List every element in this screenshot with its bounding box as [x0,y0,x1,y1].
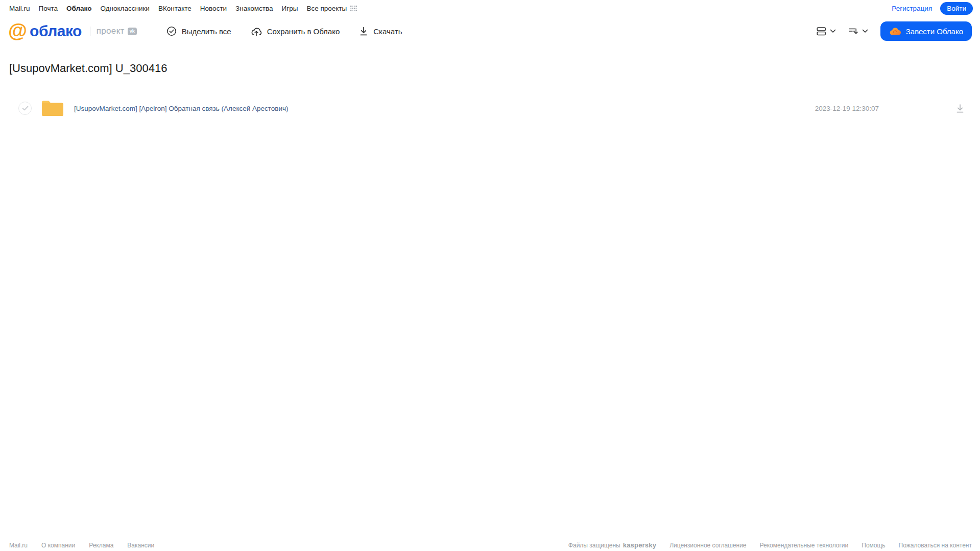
file-row[interactable]: [UsupovMarket.com] [Apeiron] Обратная св… [0,97,980,120]
mailru-at-icon: @ [8,21,27,40]
header-right-controls: Завести Облако [817,21,972,41]
nav-item-all-projects[interactable]: Все проекты [306,5,357,12]
nav-item-igry[interactable]: Игры [282,5,298,12]
get-cloud-button[interactable]: Завести Облако [880,21,972,41]
select-all-button[interactable]: Выделить все [166,26,231,36]
nav-item-oblako[interactable]: Облако [66,5,91,12]
row-checkbox[interactable] [18,102,32,115]
kaspersky-logo[interactable]: kaspersky [623,541,656,549]
all-projects-label: Все проекты [306,5,347,12]
cloud-upload-icon [251,26,262,37]
download-icon [359,26,368,36]
chevron-down-icon [830,29,836,33]
check-circle-icon [166,26,177,36]
footer-link-help[interactable]: Помощь [862,542,885,549]
nav-item-odnoklassniki[interactable]: Одноклассники [100,5,149,12]
vk-badge-icon: vk [128,28,137,35]
toolbar: Выделить все Сохранить в Облако [166,26,402,37]
apps-grid-icon [350,6,357,11]
save-to-cloud-button[interactable]: Сохранить в Облако [251,26,340,37]
row-download-icon[interactable] [955,104,965,113]
list-view-icon [817,27,826,36]
download-button[interactable]: Скачать [359,26,402,36]
save-to-cloud-label: Сохранить в Облако [267,27,340,36]
nav-item-vkontakte[interactable]: ВКонтакте [158,5,192,12]
folder-icon[interactable] [41,99,64,117]
kaspersky-protected: Файлы защищены kaspersky [568,541,656,549]
page: Mail.ru Почта Облако Одноклассники ВКонт… [0,0,980,551]
logo-divider [90,27,90,36]
sort-dropdown[interactable] [848,27,868,36]
footer-link-ads[interactable]: Реклама [89,542,113,549]
get-cloud-label: Завести Облако [906,27,963,36]
cloud-logo-text: облако [30,22,82,40]
cloud-header: @ облако проект vk Выделить все [0,17,980,45]
cloud-logo[interactable]: @ облако проект vk [8,22,137,40]
file-name-link[interactable]: [UsupovMarket.com] [Apeiron] Обратная св… [74,105,289,112]
download-label: Скачать [373,27,402,36]
login-button[interactable]: Войти [940,2,973,15]
sort-icon [848,27,858,36]
view-mode-dropdown[interactable] [817,27,836,36]
portal-nav-right: Регистрация Войти [892,2,973,15]
footer-right-links: Файлы защищены kaspersky Лицензионное со… [568,541,972,549]
protected-label: Файлы защищены [568,542,620,549]
select-all-label: Выделить все [182,27,231,36]
nav-item-pochta[interactable]: Почта [39,5,58,12]
footer-left-links: Mail.ru О компании Реклама Вакансии [9,542,154,549]
footer: Mail.ru О компании Реклама Вакансии Файл… [0,539,980,551]
footer-link-about[interactable]: О компании [41,542,75,549]
footer-link-recommendations[interactable]: Рекомендательные технологии [760,542,849,549]
footer-link-jobs[interactable]: Вакансии [127,542,154,549]
footer-link-license[interactable]: Лицензионное соглашение [670,542,746,549]
register-link[interactable]: Регистрация [892,5,932,12]
file-date: 2023-12-19 12:30:07 [815,105,879,112]
portal-nav: Mail.ru Почта Облако Одноклассники ВКонт… [0,0,980,16]
nav-item-novosti[interactable]: Новости [200,5,227,12]
page-title: [UsupovMarket.com] U_300416 [9,62,980,75]
cloud-icon [889,27,901,36]
nav-item-mailru[interactable]: Mail.ru [9,5,30,12]
footer-link-report[interactable]: Пожаловаться на контент [899,542,972,549]
chevron-down-icon [862,29,868,33]
nav-item-znakomstva[interactable]: Знакомства [235,5,273,12]
project-label: проект [97,26,125,36]
footer-link-mailru[interactable]: Mail.ru [9,542,28,549]
